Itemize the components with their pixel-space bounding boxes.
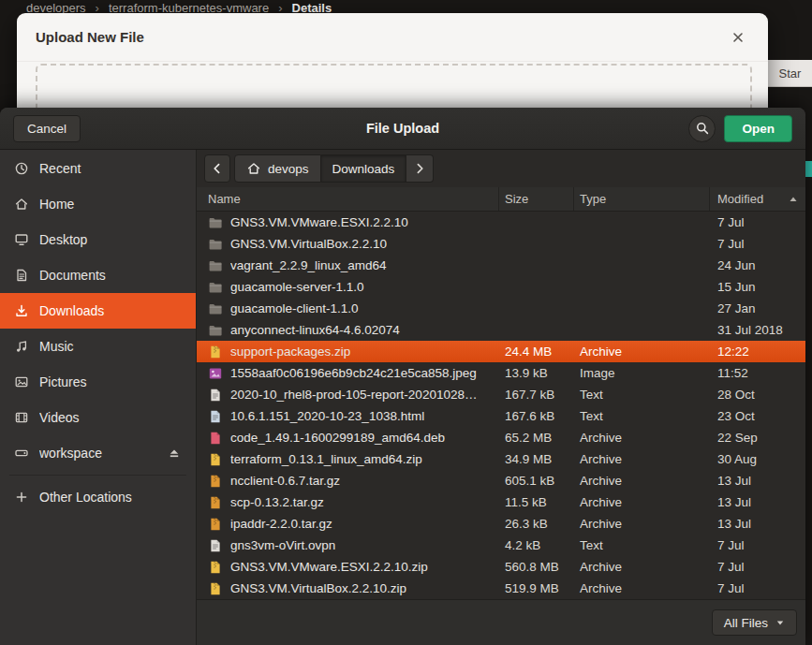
open-button[interactable]: Open: [724, 115, 792, 142]
file-pane: devops Downloads Name Size Type Modified…: [197, 150, 805, 645]
file-modified: 23 Oct: [710, 409, 805, 423]
sidebar-item-downloads[interactable]: Downloads: [0, 293, 196, 329]
file-row[interactable]: support-packages.zip 24.4 MB Archive 12:…: [197, 341, 805, 362]
path-current-button[interactable]: Downloads: [321, 154, 407, 183]
path-home-label: devops: [268, 162, 309, 176]
file-type-filter-button[interactable]: All Files: [712, 609, 797, 636]
sidebar-item-documents[interactable]: Documents: [0, 257, 196, 293]
file-size: 13.9 kB: [499, 366, 574, 380]
file-name: code_1.49.1-1600299189_amd64.deb: [230, 431, 445, 445]
sidebar-item-music[interactable]: Music: [0, 329, 196, 364]
file-modified: 15 Jun: [710, 280, 805, 294]
text-icon: [208, 388, 223, 403]
file-row[interactable]: vagrant_2.2.9_linux_amd64 24 Jun: [197, 255, 805, 276]
deb-icon: [208, 431, 223, 446]
file-row[interactable]: gns3vm-oVirt.ovpn 4.2 kB Text 7 Jul: [197, 535, 805, 556]
file-row[interactable]: anyconnect-linux64-4.6.02074 31 Jul 2018: [197, 319, 805, 341]
column-name[interactable]: Name: [197, 187, 499, 211]
desktop-icon: [14, 232, 29, 247]
archive-icon: [208, 581, 223, 596]
column-type[interactable]: Type: [574, 187, 710, 211]
file-row[interactable]: 10.6.1.151_2020-10-23_1038.html 167.6 kB…: [197, 405, 805, 427]
file-row[interactable]: ncclient-0.6.7.tar.gz 605.1 kB Archive 1…: [197, 470, 805, 491]
search-button[interactable]: [688, 115, 716, 142]
forward-button[interactable]: [406, 154, 434, 183]
back-button[interactable]: [204, 154, 230, 183]
home-icon: [14, 197, 29, 212]
tar-icon: [208, 495, 223, 510]
breadcrumb-item[interactable]: developers: [26, 1, 86, 13]
cancel-button[interactable]: Cancel: [13, 115, 81, 142]
file-modified: 7 Jul: [710, 538, 805, 552]
folder-icon: [208, 237, 223, 252]
sidebar-item-videos[interactable]: Videos: [0, 400, 196, 435]
file-size: 4.2 kB: [499, 538, 574, 552]
path-buttons: devops Downloads: [234, 154, 434, 183]
archive-icon: [208, 560, 223, 575]
file-row[interactable]: ipaddr-2.2.0.tar.gz 26.3 kB Archive 13 J…: [197, 513, 805, 535]
file-type: Text: [574, 538, 710, 552]
file-size: 167.7 kB: [499, 388, 574, 402]
file-size: 65.2 MB: [499, 431, 574, 445]
file-name: support-packages.zip: [230, 344, 350, 359]
file-row[interactable]: terraform_0.13.1_linux_amd64.zip 34.9 MB…: [197, 448, 805, 470]
file-row[interactable]: 1558aaf0c06196e6b9cb24c21e5ca858.jpeg 13…: [197, 362, 805, 384]
breadcrumb-current: Details: [292, 1, 332, 13]
close-icon[interactable]: [727, 26, 749, 49]
file-row[interactable]: GNS3.VM.VirtualBox.2.2.10 7 Jul: [197, 233, 805, 255]
pictures-icon: [14, 374, 29, 389]
file-name: 10.6.1.151_2020-10-23_1038.html: [230, 409, 424, 423]
sidebar-item-desktop[interactable]: Desktop: [0, 222, 196, 257]
file-modified: 22 Sep: [710, 431, 805, 445]
path-home-button[interactable]: devops: [234, 154, 321, 183]
file-modified: 7 Jul: [710, 560, 805, 574]
file-modified: 7 Jul: [710, 581, 805, 595]
star-button[interactable]: Star: [768, 60, 812, 87]
file-row[interactable]: GNS3.VM.VMware.ESXI.2.2.10.zip 560.8 MB …: [197, 556, 805, 578]
file-type: Archive: [574, 452, 710, 466]
sidebar-item-other-locations[interactable]: Other Locations: [0, 479, 196, 515]
sidebar-item-recent[interactable]: Recent: [0, 151, 196, 186]
breadcrumb-item[interactable]: terraform-kubernetes-vmware: [109, 1, 269, 13]
upload-dialog-title: Upload New File: [36, 29, 727, 45]
folder-icon: [208, 301, 223, 316]
file-size: 519.9 MB: [499, 581, 574, 595]
column-size[interactable]: Size: [499, 187, 574, 211]
music-icon: [14, 339, 29, 354]
text-icon: [208, 538, 223, 553]
file-row[interactable]: 2020-10_rhel8-prod-105-report-20201028… …: [197, 384, 805, 405]
file-modified: 31 Jul 2018: [710, 323, 805, 337]
file-size: 560.8 MB: [499, 560, 574, 574]
column-headers: Name Size Type Modified: [197, 187, 805, 212]
file-row[interactable]: scp-0.13.2.tar.gz 11.5 kB Archive 13 Jul: [197, 491, 805, 513]
file-row[interactable]: guacamole-client-1.1.0 27 Jan: [197, 298, 805, 319]
filter-label: All Files: [724, 616, 768, 630]
file-name: gns3vm-oVirt.ovpn: [230, 538, 335, 552]
sidebar-item-home[interactable]: Home: [0, 186, 196, 222]
file-size: 167.6 kB: [499, 409, 574, 423]
folder-icon: [208, 215, 223, 230]
chooser-titlebar: Cancel File Upload Open: [0, 108, 805, 150]
file-modified: 7 Jul: [710, 215, 805, 229]
tar-icon: [208, 474, 223, 489]
file-row[interactable]: GNS3.VM.VirtualBox.2.2.10.zip 519.9 MB A…: [197, 578, 805, 599]
column-modified[interactable]: Modified: [710, 187, 805, 211]
file-type: Archive: [574, 581, 710, 595]
file-size: 34.9 MB: [499, 452, 574, 466]
file-type: Archive: [574, 344, 710, 359]
file-type: Archive: [574, 431, 710, 445]
dropdown-arrow-icon: [775, 618, 785, 627]
sort-ascending-icon: [789, 195, 798, 204]
file-size: 26.3 kB: [499, 517, 574, 531]
teal-indicator: [805, 161, 812, 177]
file-list: GNS3.VM.VMware.ESXI.2.2.10 7 Jul GNS3.VM…: [197, 212, 805, 599]
folder-icon: [208, 323, 223, 338]
file-modified: 27 Jan: [710, 301, 805, 315]
file-row[interactable]: guacamole-server-1.1.0 15 Jun: [197, 276, 805, 298]
sidebar-item-pictures[interactable]: Pictures: [0, 364, 196, 400]
eject-icon[interactable]: [164, 443, 185, 463]
sidebar-item-workspace[interactable]: workspace: [0, 435, 196, 471]
file-row[interactable]: code_1.49.1-1600299189_amd64.deb 65.2 MB…: [197, 427, 805, 448]
chevron-left-icon: [210, 161, 225, 176]
file-row[interactable]: GNS3.VM.VMware.ESXI.2.2.10 7 Jul: [197, 212, 805, 233]
